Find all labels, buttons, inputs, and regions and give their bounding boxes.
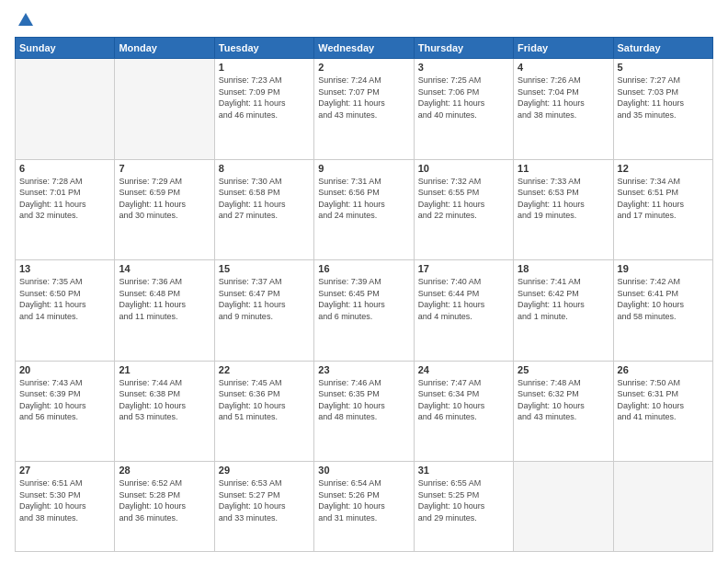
calendar-cell: 6Sunrise: 7:28 AM Sunset: 7:01 PM Daylig… xyxy=(16,159,115,260)
day-info: Sunrise: 7:47 AM Sunset: 6:34 PM Dayligh… xyxy=(418,377,509,423)
calendar-cell: 14Sunrise: 7:36 AM Sunset: 6:48 PM Dayli… xyxy=(115,260,214,362)
day-number: 4 xyxy=(518,62,609,73)
calendar-cell: 25Sunrise: 7:48 AM Sunset: 6:32 PM Dayli… xyxy=(514,361,613,462)
calendar-cell: 15Sunrise: 7:37 AM Sunset: 6:47 PM Dayli… xyxy=(214,260,313,362)
day-of-week-header: Sunday xyxy=(16,38,115,59)
calendar-cell: 29Sunrise: 6:53 AM Sunset: 5:27 PM Dayli… xyxy=(214,462,313,552)
calendar-cell: 30Sunrise: 6:54 AM Sunset: 5:26 PM Dayli… xyxy=(314,462,414,552)
day-number: 13 xyxy=(19,263,110,274)
calendar-cell: 8Sunrise: 7:30 AM Sunset: 6:58 PM Daylig… xyxy=(214,159,313,260)
day-of-week-header: Tuesday xyxy=(214,38,313,59)
day-number: 23 xyxy=(318,364,409,375)
day-info: Sunrise: 7:44 AM Sunset: 6:38 PM Dayligh… xyxy=(119,377,210,423)
day-info: Sunrise: 7:43 AM Sunset: 6:39 PM Dayligh… xyxy=(19,377,110,423)
calendar-cell: 21Sunrise: 7:44 AM Sunset: 6:38 PM Dayli… xyxy=(115,361,214,462)
day-number: 16 xyxy=(318,263,409,274)
day-info: Sunrise: 7:25 AM Sunset: 7:06 PM Dayligh… xyxy=(418,75,509,121)
day-number: 8 xyxy=(219,163,310,174)
calendar-cell: 13Sunrise: 7:35 AM Sunset: 6:50 PM Dayli… xyxy=(16,260,115,362)
calendar-cell: 18Sunrise: 7:41 AM Sunset: 6:42 PM Dayli… xyxy=(514,260,613,362)
day-info: Sunrise: 7:42 AM Sunset: 6:41 PM Dayligh… xyxy=(618,276,709,322)
day-info: Sunrise: 7:40 AM Sunset: 6:44 PM Dayligh… xyxy=(418,276,509,322)
calendar-week-row: 1Sunrise: 7:23 AM Sunset: 7:09 PM Daylig… xyxy=(16,59,713,160)
day-number: 25 xyxy=(518,364,609,375)
day-info: Sunrise: 6:54 AM Sunset: 5:26 PM Dayligh… xyxy=(318,477,409,523)
calendar-cell: 9Sunrise: 7:31 AM Sunset: 6:56 PM Daylig… xyxy=(314,159,414,260)
day-number: 12 xyxy=(618,163,709,174)
day-info: Sunrise: 7:29 AM Sunset: 6:59 PM Dayligh… xyxy=(119,176,210,222)
day-of-week-header: Thursday xyxy=(414,38,513,59)
calendar-cell: 24Sunrise: 7:47 AM Sunset: 6:34 PM Dayli… xyxy=(414,361,513,462)
calendar-week-row: 27Sunrise: 6:51 AM Sunset: 5:30 PM Dayli… xyxy=(16,462,713,552)
calendar-cell: 26Sunrise: 7:50 AM Sunset: 6:31 PM Dayli… xyxy=(613,361,712,462)
calendar-week-row: 20Sunrise: 7:43 AM Sunset: 6:39 PM Dayli… xyxy=(16,361,713,462)
day-info: Sunrise: 7:33 AM Sunset: 6:53 PM Dayligh… xyxy=(518,176,609,222)
calendar-cell: 27Sunrise: 6:51 AM Sunset: 5:30 PM Dayli… xyxy=(16,462,115,552)
day-info: Sunrise: 7:23 AM Sunset: 7:09 PM Dayligh… xyxy=(219,75,310,121)
logo xyxy=(15,11,35,29)
header xyxy=(15,11,713,29)
day-info: Sunrise: 7:39 AM Sunset: 6:45 PM Dayligh… xyxy=(318,276,409,322)
day-number: 20 xyxy=(19,364,110,375)
day-info: Sunrise: 7:28 AM Sunset: 7:01 PM Dayligh… xyxy=(19,176,110,222)
day-info: Sunrise: 7:50 AM Sunset: 6:31 PM Dayligh… xyxy=(618,377,709,423)
calendar-cell xyxy=(613,462,712,552)
day-of-week-header: Saturday xyxy=(613,38,712,59)
day-number: 7 xyxy=(119,163,210,174)
day-number: 19 xyxy=(618,263,709,274)
day-info: Sunrise: 7:41 AM Sunset: 6:42 PM Dayligh… xyxy=(518,276,609,322)
day-number: 24 xyxy=(418,364,509,375)
day-info: Sunrise: 6:53 AM Sunset: 5:27 PM Dayligh… xyxy=(219,477,310,523)
day-number: 15 xyxy=(219,263,310,274)
day-number: 1 xyxy=(219,62,310,73)
day-info: Sunrise: 7:26 AM Sunset: 7:04 PM Dayligh… xyxy=(518,75,609,121)
calendar-cell: 1Sunrise: 7:23 AM Sunset: 7:09 PM Daylig… xyxy=(214,59,313,160)
day-info: Sunrise: 7:45 AM Sunset: 6:36 PM Dayligh… xyxy=(219,377,310,423)
day-number: 5 xyxy=(618,62,709,73)
day-number: 17 xyxy=(418,263,509,274)
logo-area xyxy=(15,11,35,29)
day-info: Sunrise: 7:46 AM Sunset: 6:35 PM Dayligh… xyxy=(318,377,409,423)
calendar-cell: 22Sunrise: 7:45 AM Sunset: 6:36 PM Dayli… xyxy=(214,361,313,462)
day-number: 10 xyxy=(418,163,509,174)
day-number: 22 xyxy=(219,364,310,375)
calendar-cell: 28Sunrise: 6:52 AM Sunset: 5:28 PM Dayli… xyxy=(115,462,214,552)
day-number: 2 xyxy=(318,62,409,73)
day-number: 26 xyxy=(618,364,709,375)
day-info: Sunrise: 7:48 AM Sunset: 6:32 PM Dayligh… xyxy=(518,377,609,423)
day-of-week-header: Friday xyxy=(514,38,613,59)
day-number: 30 xyxy=(318,465,409,476)
calendar-cell xyxy=(16,59,115,160)
calendar-table: SundayMondayTuesdayWednesdayThursdayFrid… xyxy=(15,37,713,552)
calendar-cell: 17Sunrise: 7:40 AM Sunset: 6:44 PM Dayli… xyxy=(414,260,513,362)
calendar-cell: 10Sunrise: 7:32 AM Sunset: 6:55 PM Dayli… xyxy=(414,159,513,260)
day-number: 6 xyxy=(19,163,110,174)
day-of-week-header: Wednesday xyxy=(314,38,414,59)
day-number: 31 xyxy=(418,465,509,476)
calendar-cell: 12Sunrise: 7:34 AM Sunset: 6:51 PM Dayli… xyxy=(613,159,712,260)
day-info: Sunrise: 7:34 AM Sunset: 6:51 PM Dayligh… xyxy=(618,176,709,222)
calendar-cell xyxy=(115,59,214,160)
svg-marker-0 xyxy=(18,13,33,26)
calendar-cell: 16Sunrise: 7:39 AM Sunset: 6:45 PM Dayli… xyxy=(314,260,414,362)
calendar-cell: 19Sunrise: 7:42 AM Sunset: 6:41 PM Dayli… xyxy=(613,260,712,362)
day-info: Sunrise: 7:27 AM Sunset: 7:03 PM Dayligh… xyxy=(618,75,709,121)
calendar-cell: 4Sunrise: 7:26 AM Sunset: 7:04 PM Daylig… xyxy=(514,59,613,160)
calendar-cell: 20Sunrise: 7:43 AM Sunset: 6:39 PM Dayli… xyxy=(16,361,115,462)
calendar-header-row: SundayMondayTuesdayWednesdayThursdayFrid… xyxy=(16,38,713,59)
calendar-cell: 3Sunrise: 7:25 AM Sunset: 7:06 PM Daylig… xyxy=(414,59,513,160)
day-number: 3 xyxy=(418,62,509,73)
day-info: Sunrise: 6:52 AM Sunset: 5:28 PM Dayligh… xyxy=(119,477,210,523)
day-info: Sunrise: 7:36 AM Sunset: 6:48 PM Dayligh… xyxy=(119,276,210,322)
day-number: 29 xyxy=(219,465,310,476)
calendar-cell: 31Sunrise: 6:55 AM Sunset: 5:25 PM Dayli… xyxy=(414,462,513,552)
calendar-week-row: 6Sunrise: 7:28 AM Sunset: 7:01 PM Daylig… xyxy=(16,159,713,260)
calendar-cell: 2Sunrise: 7:24 AM Sunset: 7:07 PM Daylig… xyxy=(314,59,414,160)
day-number: 11 xyxy=(518,163,609,174)
day-of-week-header: Monday xyxy=(115,38,214,59)
day-info: Sunrise: 6:51 AM Sunset: 5:30 PM Dayligh… xyxy=(19,477,110,523)
calendar-cell: 5Sunrise: 7:27 AM Sunset: 7:03 PM Daylig… xyxy=(613,59,712,160)
day-number: 18 xyxy=(518,263,609,274)
calendar-week-row: 13Sunrise: 7:35 AM Sunset: 6:50 PM Dayli… xyxy=(16,260,713,362)
day-info: Sunrise: 7:37 AM Sunset: 6:47 PM Dayligh… xyxy=(219,276,310,322)
